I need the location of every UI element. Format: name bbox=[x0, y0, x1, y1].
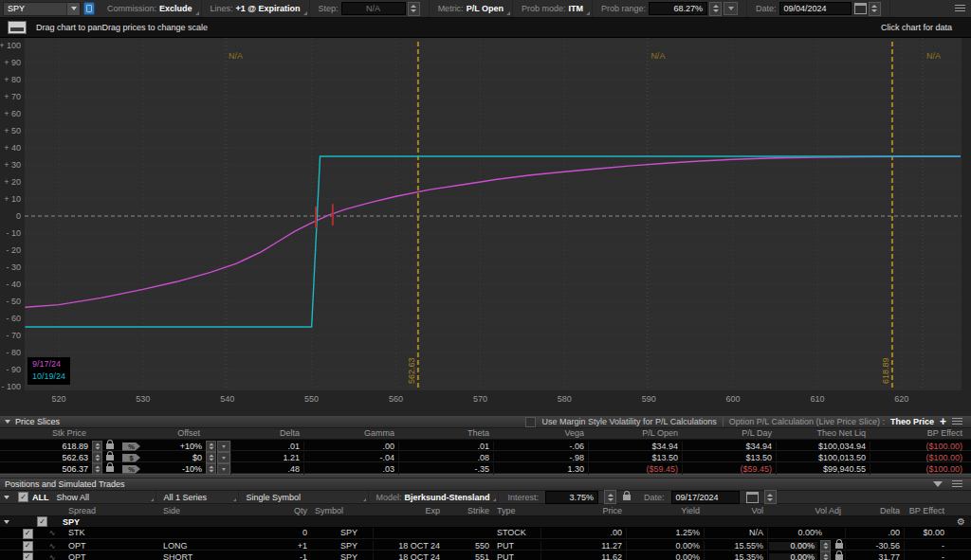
series-dropdown[interactable]: All 1 Series bbox=[160, 491, 239, 503]
date-input[interactable]: 09/04/2024 bbox=[779, 2, 852, 15]
slice-price-input[interactable]: 562.63 bbox=[0, 453, 90, 463]
prob-mode-setting[interactable]: Prob mode: ITM bbox=[513, 0, 593, 17]
calc-mode-value[interactable]: Theo Price bbox=[890, 417, 934, 426]
stepper-icon[interactable] bbox=[206, 463, 216, 475]
vol-adj-input[interactable]: 0.00% bbox=[768, 552, 818, 560]
interest-input[interactable]: 3.75% bbox=[545, 491, 598, 504]
slice-price-input[interactable]: 506.37 bbox=[0, 464, 90, 475]
offset-unit-badge[interactable]: $ bbox=[122, 454, 140, 462]
col-theta[interactable]: Theta bbox=[398, 428, 493, 439]
stepper-icon[interactable] bbox=[92, 452, 102, 463]
lock-icon[interactable] bbox=[835, 543, 843, 549]
chart-settings-icon[interactable] bbox=[8, 21, 27, 34]
lock-icon[interactable] bbox=[835, 554, 843, 560]
calendar-icon[interactable] bbox=[854, 3, 867, 14]
menu-icon[interactable] bbox=[955, 5, 965, 13]
margin-style-checkbox[interactable] bbox=[525, 417, 536, 427]
calendar-icon[interactable] bbox=[746, 492, 759, 503]
row-checkbox[interactable] bbox=[23, 541, 33, 551]
curve-icon[interactable]: ∿ bbox=[40, 529, 64, 537]
col-type[interactable]: Type bbox=[493, 505, 540, 515]
chevron-down-icon[interactable] bbox=[217, 441, 230, 452]
commission-setting[interactable]: Commission: Exclude bbox=[99, 0, 202, 17]
chevron-down-icon[interactable] bbox=[4, 496, 9, 499]
stepper-icon[interactable] bbox=[709, 2, 722, 16]
col-pl-open[interactable]: P/L Open bbox=[588, 428, 682, 439]
stepper-icon[interactable] bbox=[820, 540, 831, 551]
exp-value[interactable]: 18 OCT 24 bbox=[373, 541, 444, 551]
menu-icon[interactable] bbox=[952, 418, 962, 426]
col-offset[interactable]: Offset bbox=[119, 428, 204, 439]
stepper-icon[interactable] bbox=[206, 441, 216, 452]
stepper-icon[interactable] bbox=[408, 2, 420, 16]
offset-input[interactable]: -10% bbox=[143, 464, 204, 475]
show-all-dropdown[interactable]: Show All bbox=[53, 491, 156, 503]
col-theo-net-liq[interactable]: Theo Net Liq bbox=[776, 428, 870, 439]
stepper-icon[interactable] bbox=[604, 490, 616, 504]
add-slice-icon[interactable]: + bbox=[940, 417, 946, 426]
qty-value[interactable]: 0 bbox=[249, 528, 311, 538]
col-vega[interactable]: Vega bbox=[493, 428, 588, 439]
offset-unit-badge[interactable]: % bbox=[122, 443, 140, 451]
sim-date-input[interactable]: 09/17/2024 bbox=[671, 491, 740, 504]
menu-icon[interactable] bbox=[952, 480, 962, 489]
lock-icon[interactable] bbox=[106, 466, 114, 472]
curve-icon[interactable]: ∿ bbox=[40, 542, 64, 551]
chart-canvas[interactable]: - 100- 90- 80- 70- 60- 50- 40- 30- 20- 1… bbox=[0, 38, 971, 416]
margin-style-label[interactable]: Use Margin Style Volatility for P/L Calc… bbox=[541, 417, 716, 426]
step-input[interactable]: N/A bbox=[341, 2, 406, 15]
col-bp-effect[interactable]: BP Effect bbox=[904, 505, 971, 515]
group-checkbox[interactable] bbox=[37, 516, 47, 527]
stepper-icon[interactable] bbox=[92, 441, 102, 452]
chevron-down-icon[interactable] bbox=[66, 3, 80, 15]
lock-icon[interactable] bbox=[106, 443, 114, 449]
offset-input[interactable]: +10% bbox=[143, 442, 204, 452]
filter-icon[interactable] bbox=[933, 481, 943, 487]
all-checkbox[interactable] bbox=[18, 492, 28, 502]
chevron-down-icon[interactable] bbox=[217, 463, 230, 475]
calc-mode-label[interactable]: Option P/L Calculation (Live Price Slice… bbox=[729, 417, 885, 426]
stepper-icon[interactable] bbox=[206, 452, 216, 463]
row-checkbox[interactable] bbox=[23, 552, 33, 560]
col-strike[interactable]: Strike bbox=[444, 505, 493, 515]
slice-price-input[interactable]: 618.89 bbox=[0, 442, 90, 452]
chevron-down-icon[interactable] bbox=[5, 420, 10, 424]
stepper-icon[interactable] bbox=[820, 551, 831, 560]
qty-value[interactable]: -1 bbox=[249, 552, 311, 560]
symbol-mode-dropdown[interactable]: Single Symbol bbox=[243, 491, 369, 503]
col-price[interactable]: Price bbox=[540, 505, 626, 515]
gear-icon[interactable]: ⚙ bbox=[957, 517, 965, 527]
col-delta[interactable]: Delta bbox=[230, 428, 303, 439]
col-gamma[interactable]: Gamma bbox=[303, 428, 398, 439]
vol-adj-input[interactable]: 0.00% bbox=[768, 541, 818, 551]
type-value[interactable]: PUT bbox=[493, 552, 540, 560]
chart-data-hint[interactable]: Click chart for data bbox=[881, 23, 965, 32]
lock-icon[interactable] bbox=[106, 455, 114, 461]
row-checkbox[interactable] bbox=[23, 529, 33, 539]
offset-unit-badge[interactable]: % bbox=[122, 465, 140, 474]
prob-range-input[interactable]: 68.27% bbox=[649, 2, 707, 15]
symbol-combobox[interactable]: SPY bbox=[3, 2, 81, 16]
exp-value[interactable]: 18 OCT 24 bbox=[373, 552, 444, 560]
stepper-icon[interactable] bbox=[92, 463, 102, 475]
strike-value[interactable]: 551 bbox=[444, 552, 493, 560]
col-qty[interactable]: Qty bbox=[249, 505, 311, 515]
chevron-down-icon[interactable] bbox=[217, 452, 230, 463]
col-vol-adj[interactable]: Vol Adj bbox=[767, 505, 845, 515]
metric-setting[interactable]: Metric: P/L Open bbox=[430, 0, 513, 17]
lock-icon[interactable] bbox=[623, 495, 631, 500]
chevron-down-icon[interactable] bbox=[4, 520, 9, 524]
stepper-icon[interactable] bbox=[869, 2, 881, 16]
col-spread[interactable]: Spread bbox=[64, 505, 159, 515]
col-exp[interactable]: Exp bbox=[373, 505, 444, 515]
type-value[interactable]: PUT bbox=[493, 541, 540, 551]
stepper-icon[interactable] bbox=[764, 490, 777, 504]
lines-setting[interactable]: Lines: +1 @ Expiration bbox=[202, 0, 310, 17]
offset-input[interactable]: $0 bbox=[143, 453, 204, 463]
col-side[interactable]: Side bbox=[159, 505, 249, 515]
curve-icon[interactable]: ∿ bbox=[40, 553, 64, 560]
risk-profile-chart[interactable]: - 100- 90- 80- 70- 60- 50- 40- 30- 20- 1… bbox=[0, 38, 971, 416]
col-bp-effect[interactable]: BP Effect bbox=[870, 428, 971, 439]
col-delta[interactable]: Delta bbox=[845, 505, 904, 515]
col-yield[interactable]: Yield bbox=[626, 505, 704, 515]
